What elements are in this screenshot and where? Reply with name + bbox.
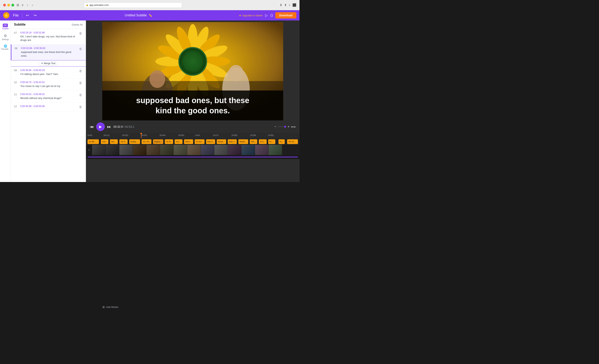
delete-item-btn[interactable]: 🗑 [79,69,83,73]
video-frame [119,145,133,155]
timeline-marker: 1m50s [268,133,274,136]
chevron-down-icon[interactable]: ∨ [21,3,24,7]
video-frame [214,145,228,155]
sidebar-icons: CC Subtitle ⚙ Settings 🌐 Translati... [0,20,11,182]
subtitle-content: 0:00:36.84 - 0:00:40.29 I'm talking abou… [20,69,77,76]
delete-item-btn[interactable]: 🗑 [79,31,83,36]
subtitle-chip[interactable]: You... [175,139,183,144]
subtitle-item[interactable]: 12 0:00:46.99 - 0:00:50.90 🗑 [11,103,86,112]
forward-btn[interactable]: › [31,3,34,8]
back-btn[interactable]: ‹ [26,3,29,8]
share-btn[interactable]: ⟨⟩ [270,13,273,18]
subtitle-chip[interactable]: Pills,... [250,139,257,144]
lock-icon: 🔒 [86,4,88,6]
maximize-traffic-light[interactable] [11,4,14,7]
delete-item-btn[interactable]: 🗑 [79,105,83,109]
undo-btn[interactable]: ↩ [25,12,30,18]
subtitle-content: 0:00:43.52 - 0:00:46.91 fibroids without… [20,93,77,100]
subtitle-content: 0:00:32.88 - 0:00:36.83 supposed bad one… [21,47,77,57]
subtitle-chip[interactable]: Fibroi... [184,139,193,144]
subtitle-chip[interactable]: I'm Not... [195,139,204,144]
subtitle-chip[interactable]: Way O... [206,139,215,144]
merge-text-btn[interactable]: ✕ Merge Text [39,61,58,65]
video-frame [269,145,282,155]
subtitle-chip[interactable]: Suppos... [153,139,163,144]
browser-actions: ⬇ ⬆ + ⬛ [280,3,296,7]
sidebar-item-subtitle[interactable]: CC Subtitle [0,22,11,31]
subtitle-time: 0:00:43.52 - 0:00:46.91 [20,93,77,96]
subtitle-item[interactable]: 07 0:00:29.18 - 0:00:32.88 Oh, I don't t… [11,29,86,44]
subtitle-chip[interactable]: Dear, J... [228,139,237,144]
subtitle-chip[interactable]: I've H... [119,139,128,144]
video-area: supposed bad ones, but these kind the go… [86,20,300,182]
close-traffic-light[interactable] [3,4,6,7]
subtitle-time: 0:00:32.88 - 0:00:36.83 [21,47,77,50]
play-pause-btn[interactable]: ▶ [96,122,105,131]
download-icon[interactable]: ⬇ [280,3,282,7]
file-menu-btn[interactable]: File [12,13,20,18]
subtitle-item[interactable]: 10 0:00:40.75 - 0:00:43.52 You mean to s… [11,79,86,90]
subtitle-chip[interactable]: So Tell... [88,139,99,144]
subtitle-time: 0:00:29.18 - 0:00:32.88 [20,31,77,34]
sidebar-item-translate[interactable]: 🌐 Translati... [0,43,11,52]
extensions-icon[interactable]: ⬛ [292,3,296,7]
subtitle-item[interactable]: 11 0:00:43.52 - 0:00:46.91 fibroids with… [11,90,86,103]
timeline-ruler: 0m0s 0m11s 0m22s 0m33s 0m44s 0m55s 1m6s … [86,133,300,139]
subtitle-num: 11 [14,93,19,96]
share-icon[interactable]: ⬆ [284,3,287,7]
upgrade-btn[interactable]: ★ Upgrade to starter [239,14,263,17]
redo-btn[interactable]: ↪ [32,12,38,18]
subtitle-chip[interactable]: I'm Ta... [165,139,173,144]
skip-back-btn[interactable]: ⏮ [90,124,94,129]
delete-item-btn[interactable]: 🗑 [79,47,83,51]
subtitle-chip[interactable]: Repott... [238,139,248,144]
subtitle-chip[interactable]: If Yo... [259,139,267,144]
subtitle-chip[interactable]: it's ... [268,139,275,144]
timeline-marker: 0m55s [178,133,184,136]
traffic-lights [3,4,14,7]
subtitle-text: Oh, I don't take drugs, my son. Not thos… [20,35,77,42]
video-track: 1 [86,145,300,155]
subtitle-chip[interactable]: Get... [110,139,118,144]
main-content: CC Subtitle ⚙ Settings 🌐 Translati... Su… [0,20,300,182]
expand-timeline-btn[interactable]: ⟺ [291,125,296,129]
subtitle-chip[interactable]: It's... [278,139,285,144]
sidebar-toggle-btn[interactable]: ⊞ [17,3,19,7]
timeline-marker: 1m6s [195,133,200,136]
new-tab-icon[interactable]: + [289,3,291,7]
subtitle-list: 07 0:00:29.18 - 0:00:32.88 Oh, I don't t… [11,29,86,182]
skip-forward-btn[interactable]: ⏭ [107,124,111,129]
subtitle-time: 0:00:36.84 - 0:00:40.29 [20,69,77,72]
track-number: 1 [86,145,92,155]
address-bar[interactable]: 🔒 app.animaker.com [84,2,182,8]
video-frame [228,145,241,155]
video-frame [160,145,173,155]
subtitle-chip[interactable]: Pamel... [217,139,226,144]
download-btn[interactable]: Download [275,12,296,18]
subtitle-content: 0:00:40.75 - 0:00:43.52 You mean to say … [20,81,77,88]
delete-item-btn[interactable]: 🗑 [79,81,83,85]
subtitle-track: So Tell... Just... Get... I've H... Endi… [86,139,300,145]
subtitle-num: 09 [14,69,19,72]
sidebar-item-settings[interactable]: ⚙ Settings [0,32,11,42]
subtitle-content: 0:00:46.99 - 0:00:50.90 [20,105,77,108]
subtitle-chip[interactable]: The Alt... [287,139,298,144]
subtitle-item-active[interactable]: 08 0:00:32.88 - 0:00:36.83 supposed bad … [11,44,86,60]
edit-title-icon[interactable]: ✏️ [149,14,152,17]
timeline-marker: 0m11s [104,133,110,136]
translate-icon: 🌐 [4,44,7,48]
subtitle-chip[interactable]: Ending... [129,139,140,144]
subtitle-chip[interactable]: Oh, I Do... [141,139,151,144]
subtitle-content: 0:00:29.18 - 0:00:32.88 Oh, I don't take… [20,31,77,42]
preview-play-btn[interactable]: ▷ [265,13,268,18]
timeline-zoom: − + ⟺ [274,125,296,129]
delete-all-btn[interactable]: Delete All [72,23,83,26]
delete-item-btn[interactable]: 🗑 [79,93,83,97]
subtitle-chip[interactable]: Just... [101,139,108,144]
subtitle-text: You mean to say I can get rid of my [20,84,77,88]
minimize-traffic-light[interactable] [7,4,10,7]
timeline-marker: 0m0s [88,133,92,136]
zoom-out-btn[interactable]: − [274,125,276,128]
subtitle-item[interactable]: 09 0:00:36.84 - 0:00:40.29 I'm talking a… [11,67,86,79]
zoom-in-btn[interactable]: + [288,125,290,128]
